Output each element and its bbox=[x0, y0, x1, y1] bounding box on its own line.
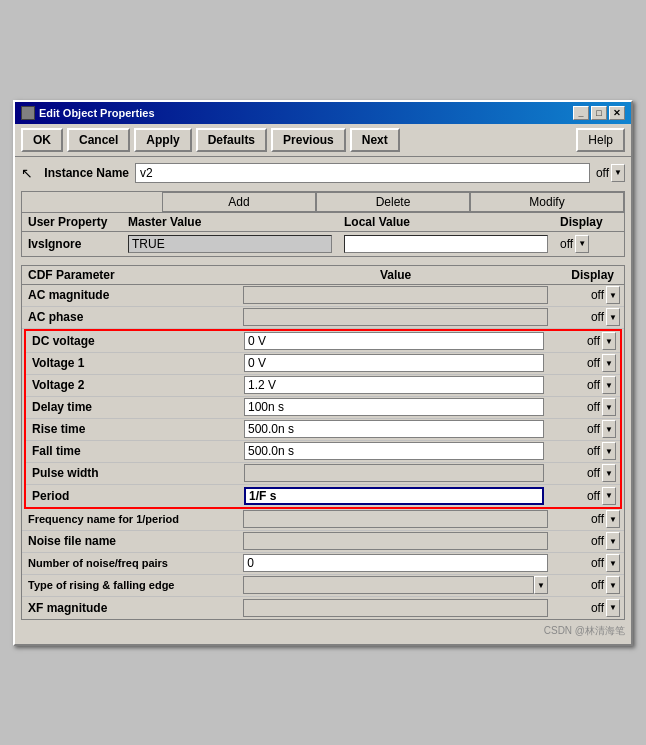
cdf-value-ac-magnitude bbox=[237, 285, 554, 305]
cdf-header-row: CDF Parameter Value Display bbox=[22, 266, 624, 285]
cdf-display-noise-pairs: off ▼ bbox=[554, 553, 624, 573]
cdf-row-rise-time: Rise time off ▼ bbox=[26, 419, 620, 441]
cdf-param-voltage1: Voltage 1 bbox=[26, 355, 238, 371]
cdf-value-edge-type: ▼ bbox=[237, 575, 554, 595]
cursor-icon: ↖ bbox=[21, 165, 33, 181]
instance-off-dropdown[interactable]: ▼ bbox=[611, 164, 625, 182]
cdf-row-pulse-width: Pulse width off ▼ bbox=[26, 463, 620, 485]
cdf-row-freq-name: Frequency name for 1/period off ▼ bbox=[22, 509, 624, 531]
cdf-rows-container: AC magnitude off ▼ AC phase bbox=[22, 285, 624, 619]
title-bar: Edit Object Properties _ □ ✕ bbox=[15, 102, 631, 124]
cdf-display-fall-time: off ▼ bbox=[550, 441, 620, 461]
cdf-input-xf-magnitude[interactable] bbox=[243, 599, 548, 617]
cdf-row-edge-type: Type of rising & falling edge ▼ off ▼ bbox=[22, 575, 624, 597]
cdf-display-xf-magnitude: off ▼ bbox=[554, 598, 624, 618]
cdf-dropdown-dc-voltage[interactable]: ▼ bbox=[602, 332, 616, 350]
instance-off-badge: off ▼ bbox=[596, 164, 625, 182]
cdf-off-noise-pairs: off bbox=[591, 556, 604, 570]
title-bar-buttons: _ □ ✕ bbox=[573, 106, 625, 120]
maximize-button[interactable]: □ bbox=[591, 106, 607, 120]
cdf-header-value: Value bbox=[237, 266, 554, 284]
defaults-button[interactable]: Defaults bbox=[196, 128, 267, 152]
cdf-input-dc-voltage[interactable] bbox=[244, 332, 544, 350]
cdf-input-pulse-width[interactable] bbox=[244, 464, 544, 482]
cdf-param-pulse-width: Pulse width bbox=[26, 465, 238, 481]
add-button[interactable]: Add bbox=[162, 192, 316, 212]
cdf-dropdown-edge-type[interactable]: ▼ bbox=[606, 576, 620, 594]
cdf-value-xf-magnitude bbox=[237, 598, 554, 618]
user-property-row-label: IvsIgnore bbox=[22, 236, 122, 252]
cdf-display-ac-phase: off ▼ bbox=[554, 307, 624, 327]
cdf-display-period: off ▼ bbox=[550, 486, 620, 506]
cdf-display-voltage1: off ▼ bbox=[550, 353, 620, 373]
cdf-off-rise-time: off bbox=[587, 422, 600, 436]
cdf-dropdown-noise-pairs[interactable]: ▼ bbox=[606, 554, 620, 572]
next-button[interactable]: Next bbox=[350, 128, 400, 152]
previous-button[interactable]: Previous bbox=[271, 128, 346, 152]
cdf-input-noise-file[interactable] bbox=[243, 532, 548, 550]
cdf-row-voltage2: Voltage 2 off ▼ bbox=[26, 375, 620, 397]
cdf-input-edge-type[interactable] bbox=[243, 576, 534, 594]
close-button[interactable]: ✕ bbox=[609, 106, 625, 120]
cdf-input-rise-time[interactable] bbox=[244, 420, 544, 438]
instance-name-label: Instance Name bbox=[39, 166, 129, 180]
cdf-input-ac-phase[interactable] bbox=[243, 308, 548, 326]
cdf-input-noise-pairs[interactable] bbox=[243, 554, 548, 572]
cdf-dropdown-delay-time[interactable]: ▼ bbox=[602, 398, 616, 416]
cdf-param-noise-pairs: Number of noise/freq pairs bbox=[22, 556, 237, 570]
cdf-dropdown-ac-magnitude[interactable]: ▼ bbox=[606, 286, 620, 304]
cdf-value-noise-pairs bbox=[237, 553, 554, 573]
modify-button[interactable]: Modify bbox=[470, 192, 624, 212]
cdf-param-edge-type: Type of rising & falling edge bbox=[22, 578, 237, 592]
cdf-param-delay-time: Delay time bbox=[26, 399, 238, 415]
red-outline-group: DC voltage off ▼ Voltage 1 bbox=[24, 329, 622, 509]
cdf-dropdown-freq-name[interactable]: ▼ bbox=[606, 510, 620, 528]
ok-button[interactable]: OK bbox=[21, 128, 63, 152]
cdf-input-period[interactable] bbox=[244, 487, 544, 505]
cdf-value-dropdown-edge-type[interactable]: ▼ bbox=[534, 576, 548, 594]
cdf-dropdown-fall-time[interactable]: ▼ bbox=[602, 442, 616, 460]
cdf-row-ac-magnitude: AC magnitude off ▼ bbox=[22, 285, 624, 307]
user-property-local-input[interactable] bbox=[344, 235, 548, 253]
cdf-dropdown-voltage1[interactable]: ▼ bbox=[602, 354, 616, 372]
cdf-input-voltage1[interactable] bbox=[244, 354, 544, 372]
cdf-value-rise-time bbox=[238, 419, 550, 439]
cdf-param-fall-time: Fall time bbox=[26, 443, 238, 459]
cdf-row-xf-magnitude: XF magnitude off ▼ bbox=[22, 597, 624, 619]
user-property-master-input[interactable] bbox=[128, 235, 332, 253]
instance-name-input[interactable] bbox=[135, 163, 590, 183]
user-property-header-display: Display bbox=[554, 213, 624, 231]
cdf-input-fall-time[interactable] bbox=[244, 442, 544, 460]
cdf-dropdown-rise-time[interactable]: ▼ bbox=[602, 420, 616, 438]
cdf-input-delay-time[interactable] bbox=[244, 398, 544, 416]
cdf-input-voltage2[interactable] bbox=[244, 376, 544, 394]
cdf-param-xf-magnitude: XF magnitude bbox=[22, 600, 237, 616]
cdf-input-ac-magnitude[interactable] bbox=[243, 286, 548, 304]
cdf-dropdown-period[interactable]: ▼ bbox=[602, 487, 616, 505]
cdf-display-ac-magnitude: off ▼ bbox=[554, 285, 624, 305]
apply-button[interactable]: Apply bbox=[134, 128, 191, 152]
cdf-row-delay-time: Delay time off ▼ bbox=[26, 397, 620, 419]
cdf-row-voltage1: Voltage 1 off ▼ bbox=[26, 353, 620, 375]
cdf-dropdown-voltage2[interactable]: ▼ bbox=[602, 376, 616, 394]
toolbar-left: OK Cancel Apply Defaults Previous Next bbox=[21, 128, 400, 152]
user-property-off-dropdown[interactable]: ▼ bbox=[575, 235, 589, 253]
window-title: Edit Object Properties bbox=[39, 107, 155, 119]
cdf-dropdown-noise-file[interactable]: ▼ bbox=[606, 532, 620, 550]
cdf-display-freq-name: off ▼ bbox=[554, 509, 624, 529]
cancel-button[interactable]: Cancel bbox=[67, 128, 130, 152]
cdf-dropdown-pulse-width[interactable]: ▼ bbox=[602, 464, 616, 482]
cdf-header-display: Display bbox=[554, 266, 624, 284]
toolbar: OK Cancel Apply Defaults Previous Next H… bbox=[15, 124, 631, 157]
cdf-dropdown-ac-phase[interactable]: ▼ bbox=[606, 308, 620, 326]
cdf-dropdown-xf-magnitude[interactable]: ▼ bbox=[606, 599, 620, 617]
help-button[interactable]: Help bbox=[576, 128, 625, 152]
cdf-row-dc-voltage: DC voltage off ▼ bbox=[26, 331, 620, 353]
cdf-input-freq-name[interactable] bbox=[243, 510, 548, 528]
cdf-section: CDF Parameter Value Display AC magnitude… bbox=[21, 265, 625, 620]
delete-button[interactable]: Delete bbox=[316, 192, 470, 212]
cdf-off-noise-file: off bbox=[591, 534, 604, 548]
minimize-button[interactable]: _ bbox=[573, 106, 589, 120]
cdf-value-period bbox=[238, 486, 550, 506]
user-property-row-local bbox=[338, 234, 554, 254]
